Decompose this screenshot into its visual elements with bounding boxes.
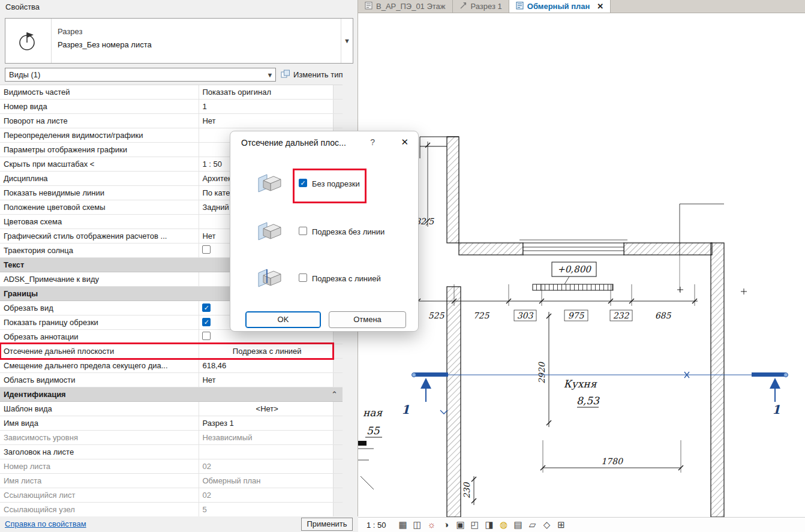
window[interactable]: [519, 240, 627, 255]
crop-view-icon[interactable]: ▣: [455, 518, 467, 531]
section-type-icon: [5, 19, 52, 63]
svg-text:+0,800: +0,800: [557, 264, 591, 275]
property-value: 02: [199, 488, 333, 502]
no-clip-checkbox[interactable]: [299, 179, 307, 187]
type-selector-text: Разрез Разрез_Без номера листа: [52, 19, 341, 63]
level-mark[interactable]: +0,800: [552, 262, 596, 284]
edit-type-label: Изменить тип: [293, 70, 343, 79]
property-row: Зависимость уровняНезависимый: [0, 431, 343, 445]
section-header-identity[interactable]: Идентификация⌃: [0, 387, 343, 402]
section-grip-right[interactable]: [784, 373, 788, 377]
section-grip-left[interactable]: [412, 373, 416, 377]
floor-plan-tab-icon: [365, 1, 373, 11]
temporary-view-properties-icon[interactable]: ▤: [512, 518, 524, 531]
cancel-button[interactable]: Отмена: [329, 311, 406, 328]
detail-level-icon[interactable]: ▦: [397, 518, 409, 531]
tab-label: Обмерный план: [527, 2, 590, 11]
property-label: Графический стиль отображения расчетов .…: [0, 229, 199, 243]
dimension-1780[interactable]: 1780: [540, 440, 683, 473]
property-row: Заголовок на листе: [0, 445, 343, 459]
property-value[interactable]: 1: [199, 100, 333, 113]
temporary-hide-isolate-icon[interactable]: ◨: [483, 518, 495, 531]
apply-button[interactable]: Применить: [301, 518, 353, 531]
type-selector[interactable]: Разрез Разрез_Без номера листа ▼: [5, 18, 353, 64]
shadows-icon[interactable]: ◑: [440, 518, 452, 531]
dialog-help-button[interactable]: ?: [370, 137, 375, 147]
property-value[interactable]: <Нет>: [199, 402, 333, 416]
visual-style-icon[interactable]: ◫: [411, 518, 423, 531]
svg-text:525: 525: [428, 311, 445, 320]
reveal-hidden-elements-icon[interactable]: ◍: [498, 518, 510, 531]
property-value[interactable]: Нет: [199, 114, 333, 128]
property-label: Видимость частей: [0, 85, 199, 99]
clip-with-line-checkbox[interactable]: [299, 273, 307, 282]
edit-type-button[interactable]: Изменить тип: [281, 68, 343, 82]
type-name: Разрез_Без номера листа: [58, 40, 335, 50]
hide-analytical-model-icon[interactable]: ▱: [527, 518, 539, 531]
show-crop-checkbox[interactable]: [202, 318, 211, 326]
tab-close-icon[interactable]: ✕: [597, 2, 603, 11]
svg-text:303: 303: [517, 311, 534, 320]
option-label: Подрезка с линией: [312, 274, 381, 283]
room-tag-kitchen[interactable]: Кухня 8,53: [564, 378, 600, 407]
property-label: Показать невидимые линии: [0, 186, 199, 200]
property-label: Обрезать вид: [0, 301, 199, 315]
option-label: Без подрезки: [312, 179, 360, 188]
edit-type-icon: [281, 70, 290, 80]
drawing-area[interactable]: +0,800 582,5 525: [358, 13, 805, 517]
property-value[interactable]: Показать оригинал: [199, 85, 333, 99]
ok-button[interactable]: OK: [245, 311, 321, 328]
show-crop-region-icon[interactable]: ◰: [469, 518, 481, 531]
clip-without-line-checkbox[interactable]: [299, 227, 307, 235]
property-label: Ссылающийся узел: [0, 503, 199, 516]
property-row: Ссылающийся лист02: [0, 488, 343, 503]
option-clip-without-line: Подрезка без линии: [256, 217, 385, 247]
far-clipping-dialog: Отсечение дальней плос... ? ✕ Без подрез…: [230, 131, 419, 332]
property-row: Область видимостиНет: [0, 373, 343, 387]
sun-path-checkbox[interactable]: [202, 245, 211, 254]
property-value[interactable]: 618,46: [199, 359, 333, 372]
dialog-close-icon[interactable]: ✕: [401, 137, 408, 148]
scale-button[interactable]: 1 : 50: [367, 521, 386, 530]
section-view-tab-icon: [459, 1, 467, 11]
chevron-up-icon[interactable]: ⌃: [331, 390, 339, 401]
property-label: Цветовая схема: [0, 215, 199, 229]
property-row: Поворот на листеНет: [0, 114, 343, 128]
room-tag-partial[interactable]: ная 55: [363, 407, 383, 437]
tab-survey-plan[interactable]: Обмерный план ✕: [509, 0, 611, 13]
dimension-230[interactable]: 230: [462, 476, 476, 505]
property-row: Видимость частейПоказать оригинал: [0, 85, 343, 100]
annotation-crop-checkbox[interactable]: [202, 332, 211, 340]
property-value[interactable]: Нет: [199, 373, 333, 387]
property-label: Переопределения видимости/графики: [0, 128, 199, 142]
tab-section-1[interactable]: Разрез 1: [453, 0, 509, 13]
crop-view-checkbox[interactable]: [202, 303, 211, 312]
property-label: Область видимости: [0, 373, 199, 387]
svg-text:975: 975: [568, 311, 585, 320]
property-value: 5: [199, 503, 333, 516]
floor-plan-drawing[interactable]: +0,800 582,5 525: [358, 13, 805, 517]
property-value: Независимый: [199, 431, 333, 444]
property-value[interactable]: Подрезка с линией: [199, 344, 333, 358]
reveal-constraints-icon[interactable]: ◇: [541, 518, 553, 531]
svg-text:1: 1: [401, 402, 410, 417]
properties-help-link[interactable]: Справка по свойствам: [5, 519, 86, 528]
worksharing-display-icon[interactable]: ⊞: [555, 518, 567, 531]
cycle-grip-icon[interactable]: [440, 410, 447, 414]
property-row: Обрезать аннотации: [0, 330, 343, 344]
svg-text:2920: 2920: [537, 362, 546, 384]
radiator[interactable]: [533, 284, 613, 290]
filter-dropdown[interactable]: Виды (1) ▼: [5, 68, 276, 82]
clip-with-line-icon: [256, 265, 284, 293]
option-clip-with-line: Подрезка с линией: [256, 263, 381, 293]
property-label: Отсечение дальней плоскости: [0, 344, 199, 358]
svg-text:232: 232: [613, 311, 630, 320]
tab-label: Разрез 1: [471, 2, 502, 11]
sun-path-icon[interactable]: ☼: [426, 518, 438, 531]
tab-floor-plan[interactable]: В_АР_ПЭ_01 Этаж: [358, 0, 453, 13]
dimension-2920[interactable]: 2920: [537, 312, 551, 427]
type-selector-dropdown-arrow-icon[interactable]: ▼: [341, 19, 353, 63]
properties-footer: Справка по свойствам Применить: [0, 516, 358, 532]
property-value[interactable]: [199, 445, 333, 459]
property-value[interactable]: Разрез 1: [199, 416, 333, 430]
